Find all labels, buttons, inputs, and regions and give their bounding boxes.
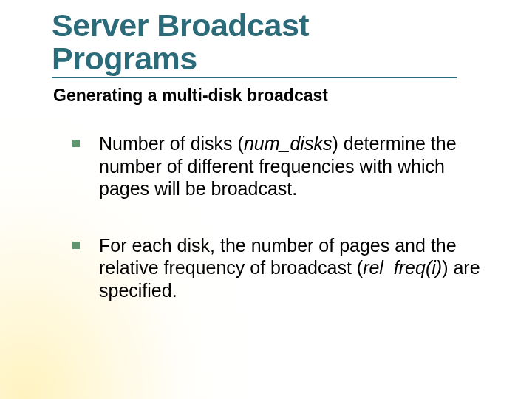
bullet-text-em: num_disks [244, 133, 332, 154]
title-line-1: Server Broadcast [52, 7, 309, 43]
slide-subtitle: Generating a multi-disk broadcast [53, 86, 502, 106]
title-line-2: Programs [52, 41, 197, 76]
bullet-text-em: rel_freq(i) [363, 257, 442, 278]
list-item: Number of disks (num_disks) determine th… [72, 132, 495, 200]
title-underline [52, 77, 457, 78]
slide-title: Server Broadcast Programs [52, 9, 502, 75]
bullet-text-pre: Number of disks ( [99, 133, 244, 154]
list-item: For each disk, the number of pages and t… [72, 234, 495, 302]
bullet-list: Number of disks (num_disks) determine th… [72, 132, 495, 301]
slide-content: Server Broadcast Programs Generating a m… [0, 0, 532, 399]
